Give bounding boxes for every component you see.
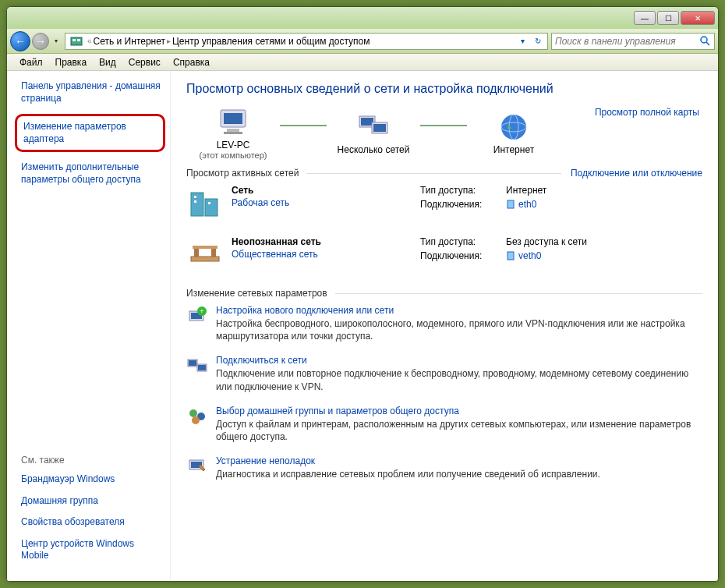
connection-line <box>280 125 327 126</box>
svg-line-4 <box>706 42 709 45</box>
close-button[interactable]: ✕ <box>681 11 715 25</box>
maximize-button[interactable]: ☐ <box>657 11 679 25</box>
sidebar-homegroup[interactable]: Домашняя группа <box>21 495 164 508</box>
node-sublabel: (этот компьютер) <box>199 151 267 160</box>
svg-rect-6 <box>224 113 242 124</box>
svg-rect-21 <box>508 200 514 208</box>
sidebar-see-also-heading: См. также <box>21 455 164 466</box>
homegroup-sharing: Выбор домашней группы и параметров общег… <box>186 406 702 443</box>
homegroup-desc: Доступ к файлам и принтерам, расположенн… <box>216 418 702 443</box>
page-title: Просмотр основных сведений о сети и наст… <box>186 82 702 96</box>
full-map-link[interactable]: Просмотр полной карты <box>595 107 699 118</box>
troubleshoot-link[interactable]: Устранение неполадок <box>216 455 702 466</box>
menu-help[interactable]: Справка <box>167 55 216 69</box>
svg-rect-2 <box>77 39 80 41</box>
svg-rect-22 <box>191 257 219 261</box>
sidebar-advanced-sharing[interactable]: Изменить дополнительные параметры общего… <box>21 161 164 186</box>
connections-label: Подключения: <box>420 250 506 261</box>
public-network-icon <box>186 236 224 274</box>
svg-rect-19 <box>194 200 196 203</box>
refresh-button[interactable]: ↻ <box>530 34 546 49</box>
connect-network-desc: Подключение или повторное подключение к … <box>216 367 702 392</box>
breadcrumb-net-internet[interactable]: Сеть и Интернет <box>94 36 165 47</box>
control-panel-icon <box>70 35 83 48</box>
menu-bar: Файл Правка Вид Сервис Справка <box>7 54 718 71</box>
network-node-internet: Интернет <box>467 112 561 155</box>
search-icon[interactable] <box>700 36 711 47</box>
svg-rect-1 <box>72 39 76 41</box>
back-button[interactable]: ← <box>10 31 30 51</box>
address-dropdown[interactable]: ▾ <box>515 34 530 49</box>
svg-point-13 <box>501 115 526 140</box>
nav-toolbar: ← → ▾ « Сеть и Интернет ▸ Центр управлен… <box>7 29 718 54</box>
svg-rect-23 <box>194 249 199 257</box>
breadcrumb-network-center[interactable]: Центр управления сетями и общим доступом <box>172 36 370 47</box>
connect-disconnect-link[interactable]: Подключение или отключение <box>571 168 702 179</box>
section-title: Изменение сетевых параметров <box>186 288 327 299</box>
network-type-link[interactable]: Общественная сеть <box>232 249 321 260</box>
troubleshoot-desc: Диагностика и исправление сетевых пробле… <box>216 468 702 480</box>
connection-line <box>420 125 467 126</box>
sidebar-browser-properties[interactable]: Свойства обозревателя <box>21 516 164 529</box>
svg-rect-26 <box>508 252 514 260</box>
access-type-label: Тип доступа: <box>420 185 506 196</box>
menu-view[interactable]: Вид <box>93 55 122 69</box>
node-label: LEV-PC <box>217 140 250 151</box>
svg-rect-16 <box>191 193 203 216</box>
network-node-multiple: Несколько сетей <box>327 112 420 155</box>
sidebar-firewall[interactable]: Брандмауэр Windows <box>21 473 164 486</box>
network-node-this-pc: LEV-PC (этот компьютер) <box>186 107 280 160</box>
access-type-value: Интернет <box>506 185 546 196</box>
menu-edit[interactable]: Правка <box>49 55 94 69</box>
network-type-link[interactable]: Рабочая сеть <box>232 197 289 208</box>
history-dropdown[interactable]: ▾ <box>51 31 62 51</box>
nic-icon <box>506 250 515 261</box>
svg-rect-24 <box>211 249 216 257</box>
work-network-icon <box>186 185 224 222</box>
svg-rect-18 <box>194 196 196 198</box>
svg-rect-8 <box>224 132 242 134</box>
network-entry-2: Неопознанная сеть Общественная сеть Тип … <box>186 236 702 274</box>
setup-connection-link[interactable]: Настройка нового подключения или сети <box>216 305 702 316</box>
sidebar-control-panel-home[interactable]: Панель управления - домашняя страница <box>21 80 164 104</box>
access-type-value: Без доступа к сети <box>506 236 587 247</box>
svg-text:+: + <box>200 307 203 315</box>
multiple-networks-icon <box>356 112 391 143</box>
access-type-label: Тип доступа: <box>420 236 506 247</box>
node-label: Несколько сетей <box>338 144 410 155</box>
menu-tools[interactable]: Сервис <box>122 55 167 69</box>
active-networks-header: Просмотр активных сетей Подключение или … <box>186 168 702 179</box>
search-box[interactable] <box>551 33 715 50</box>
svg-point-37 <box>192 416 200 424</box>
connect-network-link[interactable]: Подключиться к сети <box>216 355 702 366</box>
section-title: Просмотр активных сетей <box>186 168 299 179</box>
breadcrumb-prefix: « <box>87 37 92 45</box>
svg-point-35 <box>189 409 197 417</box>
node-label: Интернет <box>493 144 534 155</box>
setup-connection-desc: Настройка беспроводного, широкополосного… <box>216 317 702 342</box>
svg-point-3 <box>701 37 707 43</box>
svg-rect-34 <box>198 365 206 370</box>
sidebar: Панель управления - домашняя страница Из… <box>7 71 171 581</box>
svg-rect-32 <box>189 360 196 366</box>
connection-link[interactable]: veth0 <box>506 250 541 261</box>
minimize-button[interactable]: — <box>634 11 656 25</box>
svg-rect-7 <box>227 129 239 132</box>
forward-button[interactable]: → <box>32 33 49 50</box>
svg-rect-17 <box>205 199 218 216</box>
homegroup-link[interactable]: Выбор домашней группы и параметров общег… <box>216 406 702 416</box>
address-bar[interactable]: « Сеть и Интернет ▸ Центр управления сет… <box>65 33 548 50</box>
connections-label: Подключения: <box>420 199 506 210</box>
menu-file[interactable]: Файл <box>13 55 49 69</box>
connection-link[interactable]: eth0 <box>506 199 536 210</box>
network-name: Сеть <box>232 185 289 196</box>
troubleshoot: Устранение неполадок Диагностика и испра… <box>186 455 702 480</box>
setup-new-connection: + Настройка нового подключения или сети … <box>186 305 702 342</box>
titlebar[interactable]: — ☐ ✕ <box>7 7 718 29</box>
search-input[interactable] <box>555 36 700 47</box>
sidebar-adapter-settings[interactable]: Изменение параметров адаптера <box>15 114 165 152</box>
connect-to-network: Подключиться к сети Подключение или повт… <box>186 355 702 392</box>
sidebar-windows-mobile[interactable]: Центр устройств Windows Mobile <box>21 538 164 562</box>
homegroup-icon <box>186 406 208 427</box>
computer-icon <box>216 107 250 138</box>
